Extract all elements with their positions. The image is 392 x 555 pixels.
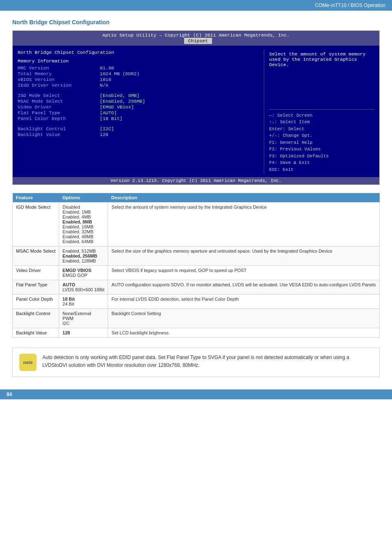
cell-options: DisabledEnabled, 1MBEnabled, 4MBEnabled,…	[59, 203, 108, 246]
option-item: Enabled, 1MB	[62, 210, 104, 214]
key-hint-f1: F1: General Help	[269, 139, 374, 146]
cell-feature: Video Driver	[13, 266, 59, 280]
bios-left-heading: North Bridge Chipset Configuration	[18, 50, 259, 55]
cell-description: Select the amount of system memory used …	[108, 203, 380, 246]
cell-feature: Flat Panel Type	[13, 280, 59, 295]
table-row: Video DriverEMGD VBIOSEMGD GOPSelect VBI…	[13, 266, 380, 280]
cell-feature: Backlight Control	[13, 309, 59, 328]
key-hint-item: ↑↓: Select Item	[269, 119, 374, 126]
bios-backlightval-label: Backlight Value	[18, 132, 100, 137]
feature-table: Feature Options Description IGD Mode Sel…	[12, 193, 380, 338]
bios-igd-label: IGD Mode Select	[18, 93, 100, 98]
key-hint-enter: Enter: Select	[269, 126, 374, 133]
key-hint-f2: F2: Previous Values	[269, 146, 374, 153]
cell-options: EMGD VBIOSEMGD GOP	[59, 266, 108, 280]
bios-vbios-value: 1816	[100, 77, 111, 82]
bios-panelcolor-label: Panel Color Depth	[18, 116, 100, 121]
page-header-title: COMe-mTT10 / BIOS Operation	[315, 2, 385, 8]
bios-flatpanel-label: Flat Panel Type	[18, 110, 100, 115]
bios-vbios-row: vBIOS Version 1816	[18, 77, 259, 82]
table-row: IGD Mode SelectDisabledEnabled, 1MBEnabl…	[13, 203, 380, 246]
option-item: None/External	[62, 311, 104, 316]
bios-vbios-label: vBIOS Version	[18, 77, 100, 82]
option-item: Enabled, 8MB	[62, 219, 104, 224]
bios-iegd-row: IEGD Driver Version N/A	[18, 83, 259, 88]
col-description: Description	[108, 193, 380, 203]
cell-description: Select the size of the graphics memory a…	[108, 246, 380, 266]
note-box: note Auto detection is only working with…	[12, 348, 380, 377]
key-hint-change: +/-: Change Opt.	[269, 132, 374, 139]
bios-description: Select the amount of system memory used …	[269, 50, 374, 109]
option-item: Enabled, 256MB	[62, 253, 104, 258]
bios-igd-value: [Enabled, 8MB]	[100, 93, 140, 98]
cell-feature: Backlight Value	[13, 328, 59, 338]
bios-videodriver-label: Video Driver	[18, 104, 100, 110]
bios-backlightctrl-row: Backlight Control [I2C]	[18, 126, 259, 131]
bios-backlight-section: Backlight Control [I2C] Backlight Value …	[18, 126, 259, 137]
bios-totalmem-value: 1024 MB (DDR2)	[100, 71, 140, 76]
page-content: North Bridge Chipset Configuration Aptio…	[0, 11, 392, 389]
option-item: EMGD VBIOS	[62, 268, 104, 273]
cell-options: Enabled, 512MBEnabled, 256MBEnabled, 128…	[59, 246, 108, 266]
bios-body: North Bridge Chipset Configuration Memor…	[13, 46, 379, 177]
bios-totalmem-label: Total Memory	[18, 71, 100, 76]
bios-mrc-label: MRC Version	[18, 65, 100, 71]
option-item: EMGD GOP	[62, 273, 104, 278]
cell-feature: MSAC Mode Select	[13, 246, 59, 266]
page-footer: 84	[0, 389, 392, 399]
option-item: 24 Bit	[62, 302, 104, 306]
bios-footer: Version 2.13.1215. Copyright (C) 2011 Am…	[13, 177, 379, 184]
table-row: Backlight ControlNone/ExternalPWMI2CBack…	[13, 309, 380, 328]
bios-iegd-value: N/A	[100, 83, 108, 88]
option-item: Disabled	[62, 205, 104, 210]
option-item: I2C	[62, 321, 104, 326]
bios-msac-value: [Enabled, 256MB]	[100, 99, 145, 104]
option-item: Enabled, 128MB	[62, 258, 104, 263]
cell-description: Set LCD backlight brighness	[108, 328, 380, 338]
bios-key-hints: ↔: Select Screen ↑↓: Select Item Enter: …	[269, 109, 374, 173]
cell-description: Select VBIOS if legacy support is requir…	[108, 266, 380, 280]
bios-panelcolor-value: [18 Bit]	[100, 116, 122, 121]
bios-videodriver-value: [EMGD VBios]	[100, 104, 134, 110]
key-hint-esc: ESC: Exit	[269, 166, 374, 173]
cell-description: AUTO configuration supports SDVO. If no …	[108, 280, 380, 295]
bios-backlightval-value: 128	[100, 132, 108, 137]
table-row: Backlight Value128Set LCD backlight brig…	[13, 328, 380, 338]
bios-videodriver-row: Video Driver [EMGD VBios]	[18, 104, 259, 110]
bios-igd-row: IGD Mode Select [Enabled, 8MB]	[18, 93, 259, 98]
key-hint-screen: ↔: Select Screen	[269, 112, 374, 119]
option-item: PWM	[62, 316, 104, 321]
section-title: North Bridge Chipset Configuration	[12, 19, 380, 25]
bios-memory-label: Memory Information	[18, 58, 259, 64]
table-header-row: Feature Options Description	[13, 193, 380, 203]
bios-flatpanel-row: Flat Panel Type [AUTO]	[18, 110, 259, 115]
bios-flatpanel-value: [AUTO]	[100, 110, 117, 115]
bios-mrc-value: 01.00	[100, 65, 114, 71]
bios-panelcolor-row: Panel Color Depth [18 Bit]	[18, 116, 259, 121]
bios-iegd-label: IEGD Driver Version	[18, 83, 100, 88]
note-text: Auto detection is only working with EDID…	[42, 354, 373, 369]
bios-tab: Chipset	[184, 38, 212, 44]
option-item: Enabled, 48MB	[62, 234, 104, 239]
option-item: Enabled, 4MB	[62, 214, 104, 219]
key-hint-f3: F3: Optimized Defaults	[269, 153, 374, 160]
bios-totalmem-row: Total Memory 1024 MB (DDR2)	[18, 71, 259, 76]
option-item: AUTO	[62, 282, 104, 287]
page-header: COMe-mTT10 / BIOS Operation	[0, 0, 392, 11]
cell-feature: Panel Color Depth	[13, 295, 59, 309]
bios-msac-label: MSAC Mode Select	[18, 99, 100, 104]
option-item: Enabled, 32MB	[62, 229, 104, 234]
option-item: LVDS 800×600 18Bit	[62, 287, 104, 292]
col-feature: Feature	[13, 193, 59, 203]
cell-options: 128	[59, 328, 108, 338]
note-icon-label: note	[23, 360, 32, 365]
bios-right-panel: Select the amount of system memory used …	[264, 50, 379, 173]
option-item: Enabled, 512MB	[62, 249, 104, 253]
option-item: Enabled, 16MB	[62, 224, 104, 229]
bios-mrc-row: MRC Version 01.00	[18, 65, 259, 71]
option-item: Enabled, 64MB	[62, 239, 104, 244]
bios-left-panel: North Bridge Chipset Configuration Memor…	[13, 50, 264, 173]
cell-description: Backlight Control Setting	[108, 309, 380, 328]
table-row: Panel Color Depth18 Bit24 BitFor interna…	[13, 295, 380, 309]
cell-options: 18 Bit24 Bit	[59, 295, 108, 309]
